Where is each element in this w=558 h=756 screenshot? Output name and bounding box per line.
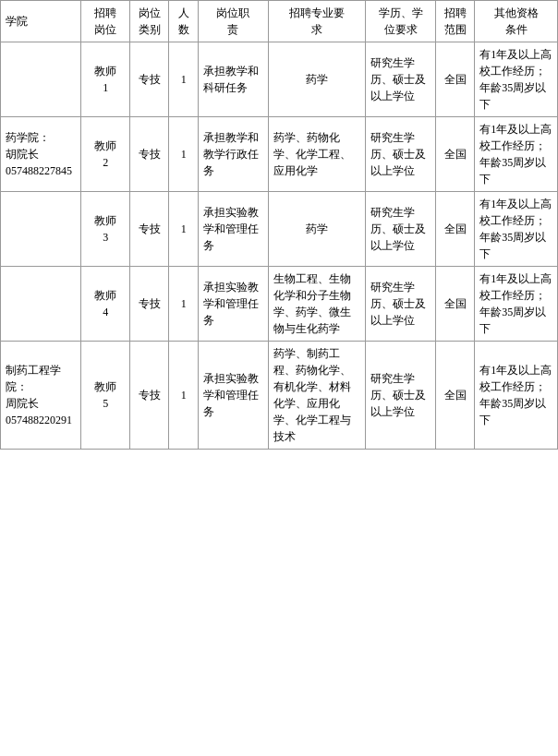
cell-range-4: 全国: [436, 267, 475, 342]
header-degree: 学历、学位要求: [366, 1, 436, 42]
cell-other-1: 有1年及以上高校工作经历；年龄35周岁以下: [475, 42, 558, 117]
cell-major-4: 生物工程、生物化学和分子生物学、药学、微生物与生化药学: [268, 267, 365, 342]
table-row: 教师3 专技 1 承担实验教学和管理任务 药学 研究生学历、硕士及以上学位 全国…: [1, 192, 558, 267]
cell-job-1: 教师1: [81, 42, 130, 117]
header-major: 招聘专业要求: [268, 1, 365, 42]
cell-degree-5: 研究生学历、硕士及以上学位: [366, 342, 436, 450]
header-job: 招聘岗位: [81, 1, 130, 42]
cell-type-1: 专技: [130, 42, 169, 117]
cell-range-5: 全国: [436, 342, 475, 450]
header-type: 岗位类别: [130, 1, 169, 42]
cell-type-5: 专技: [130, 342, 169, 450]
cell-major-5: 药学、制药工程、药物化学、有机化学、材料化学、应用化学、化学工程与技术: [268, 342, 365, 450]
header-school: 学院: [1, 1, 81, 42]
main-table-container: 学院 招聘岗位 岗位类别 人数 岗位职责 招聘专业要求 学历、学位要求 招聘范围…: [0, 0, 558, 450]
cell-degree-4: 研究生学历、硕士及以上学位: [366, 267, 436, 342]
cell-school-4: [1, 267, 81, 342]
cell-degree-1: 研究生学历、硕士及以上学位: [366, 42, 436, 117]
cell-degree-2: 研究生学历、硕士及以上学位: [366, 117, 436, 192]
cell-count-5: 1: [169, 342, 199, 450]
header-duty: 岗位职责: [198, 1, 268, 42]
cell-school-5: 制药工程学院：周院长057488220291: [1, 342, 81, 450]
cell-duty-1: 承担教学和科研任务: [198, 42, 268, 117]
cell-school-1: [1, 42, 81, 117]
cell-school-3: [1, 192, 81, 267]
cell-type-3: 专技: [130, 192, 169, 267]
cell-job-4: 教师4: [81, 267, 130, 342]
cell-major-1: 药学: [268, 42, 365, 117]
cell-count-1: 1: [169, 42, 199, 117]
cell-duty-5: 承担实验教学和管理任务: [198, 342, 268, 450]
cell-count-2: 1: [169, 117, 199, 192]
cell-type-4: 专技: [130, 267, 169, 342]
cell-other-4: 有1年及以上高校工作经历；年龄35周岁以下: [475, 267, 558, 342]
cell-major-2: 药学、药物化学、化学工程、应用化学: [268, 117, 365, 192]
table-header-row: 学院 招聘岗位 岗位类别 人数 岗位职责 招聘专业要求 学历、学位要求 招聘范围…: [1, 1, 558, 42]
cell-other-5: 有1年及以上高校工作经历；年龄35周岁以下: [475, 342, 558, 450]
cell-type-2: 专技: [130, 117, 169, 192]
cell-count-4: 1: [169, 267, 199, 342]
cell-degree-3: 研究生学历、硕士及以上学位: [366, 192, 436, 267]
cell-duty-4: 承担实验教学和管理任务: [198, 267, 268, 342]
cell-job-2: 教师2: [81, 117, 130, 192]
header-count: 人数: [169, 1, 199, 42]
cell-other-2: 有1年及以上高校工作经历；年龄35周岁以下: [475, 117, 558, 192]
table-row: 药学院：胡院长057488227845 教师2 专技 1 承担教学和教学行政任务…: [1, 117, 558, 192]
cell-job-3: 教师3: [81, 192, 130, 267]
cell-job-5: 教师5: [81, 342, 130, 450]
cell-duty-3: 承担实验教学和管理任务: [198, 192, 268, 267]
table-row: 教师1 专技 1 承担教学和科研任务 药学 研究生学历、硕士及以上学位 全国 有…: [1, 42, 558, 117]
header-range: 招聘范围: [436, 1, 475, 42]
header-other: 其他资格条件: [475, 1, 558, 42]
table-row: 制药工程学院：周院长057488220291 教师5 专技 1 承担实验教学和管…: [1, 342, 558, 450]
cell-school-2: 药学院：胡院长057488227845: [1, 117, 81, 192]
cell-other-3: 有1年及以上高校工作经历；年龄35周岁以下: [475, 192, 558, 267]
cell-range-1: 全国: [436, 42, 475, 117]
cell-duty-2: 承担教学和教学行政任务: [198, 117, 268, 192]
cell-count-3: 1: [169, 192, 199, 267]
recruitment-table: 学院 招聘岗位 岗位类别 人数 岗位职责 招聘专业要求 学历、学位要求 招聘范围…: [0, 0, 558, 450]
table-row: 教师4 专技 1 承担实验教学和管理任务 生物工程、生物化学和分子生物学、药学、…: [1, 267, 558, 342]
cell-range-3: 全国: [436, 192, 475, 267]
cell-range-2: 全国: [436, 117, 475, 192]
cell-major-3: 药学: [268, 192, 365, 267]
